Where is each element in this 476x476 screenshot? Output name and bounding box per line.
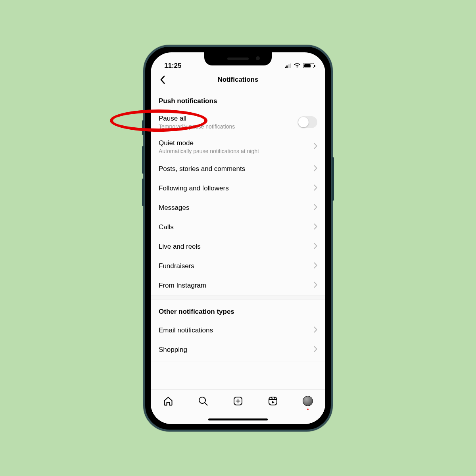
tab-profile[interactable]	[302, 395, 314, 407]
row-from-instagram[interactable]: From Instagram	[151, 276, 325, 295]
tab-home[interactable]	[162, 395, 174, 407]
quiet-mode-sub: Automatically pause notifications at nig…	[159, 148, 311, 154]
phone-frame: 11:25 Notifications Push notifications P…	[143, 45, 333, 432]
svg-point-0	[199, 397, 205, 403]
battery-icon	[303, 63, 314, 68]
quiet-mode-label: Quiet mode	[159, 139, 311, 147]
chevron-right-icon	[314, 262, 317, 270]
chevron-left-icon	[160, 75, 165, 84]
side-button-volume-up	[142, 146, 144, 174]
row-shopping[interactable]: Shopping	[151, 340, 325, 359]
pause-all-toggle[interactable]	[298, 116, 317, 128]
nav-header: Notifications	[151, 71, 325, 89]
chevron-right-icon	[314, 346, 317, 354]
tab-bar	[151, 389, 325, 424]
screen: 11:25 Notifications Push notifications P…	[151, 52, 325, 424]
row-calls[interactable]: Calls	[151, 217, 325, 237]
wifi-icon	[294, 62, 301, 70]
row-quiet-mode[interactable]: Quiet mode Automatically pause notificat…	[151, 134, 325, 159]
row-pause-all[interactable]: Pause all Temporarily pause notification…	[151, 110, 325, 134]
pause-all-label: Pause all	[159, 115, 298, 123]
side-button-power	[332, 157, 334, 201]
row-label: Posts, stories and comments	[159, 165, 311, 173]
row-label: Messages	[159, 204, 311, 212]
plus-square-icon	[233, 396, 243, 406]
notch	[204, 52, 272, 65]
side-button-volume-down	[142, 178, 144, 206]
row-label: Live and reels	[159, 243, 311, 251]
row-email-notifications[interactable]: Email notifications	[151, 321, 325, 340]
section-header-push: Push notifications	[151, 89, 325, 110]
page-title: Notifications	[218, 76, 259, 84]
svg-rect-2	[269, 397, 277, 405]
chevron-right-icon	[314, 243, 317, 251]
row-label: Shopping	[159, 346, 311, 354]
avatar-icon	[303, 396, 313, 406]
side-button-silence	[142, 120, 144, 135]
tab-create[interactable]	[232, 395, 244, 407]
settings-list[interactable]: Push notifications Pause all Temporarily…	[151, 89, 325, 389]
chevron-right-icon	[314, 143, 317, 151]
row-label: Fundraisers	[159, 262, 311, 270]
pause-all-sub: Temporarily pause notifications	[159, 123, 298, 130]
reels-icon	[268, 396, 278, 406]
chevron-right-icon	[314, 282, 317, 290]
chevron-right-icon	[314, 184, 317, 192]
chevron-right-icon	[314, 204, 317, 212]
row-live-reels[interactable]: Live and reels	[151, 237, 325, 256]
chevron-right-icon	[314, 165, 317, 173]
home-icon	[163, 396, 173, 406]
row-label: From Instagram	[159, 282, 311, 290]
tab-search[interactable]	[197, 395, 209, 407]
row-following-followers[interactable]: Following and followers	[151, 178, 325, 198]
section-separator	[151, 295, 325, 300]
row-label: Email notifications	[159, 326, 311, 334]
home-indicator	[208, 418, 268, 420]
status-right	[285, 62, 315, 70]
notification-dot-icon	[307, 409, 309, 410]
chevron-right-icon	[314, 223, 317, 231]
row-label: Following and followers	[159, 184, 311, 192]
chevron-right-icon	[314, 326, 317, 334]
section-header-other: Other notification types	[151, 300, 325, 321]
row-fundraisers[interactable]: Fundraisers	[151, 256, 325, 276]
row-posts-stories-comments[interactable]: Posts, stories and comments	[151, 159, 325, 178]
cellular-icon	[285, 63, 292, 68]
back-button[interactable]	[155, 73, 170, 87]
status-time: 11:25	[164, 62, 181, 70]
row-messages[interactable]: Messages	[151, 198, 325, 217]
tab-reels[interactable]	[267, 395, 279, 407]
search-icon	[198, 396, 208, 406]
row-label: Calls	[159, 223, 311, 231]
